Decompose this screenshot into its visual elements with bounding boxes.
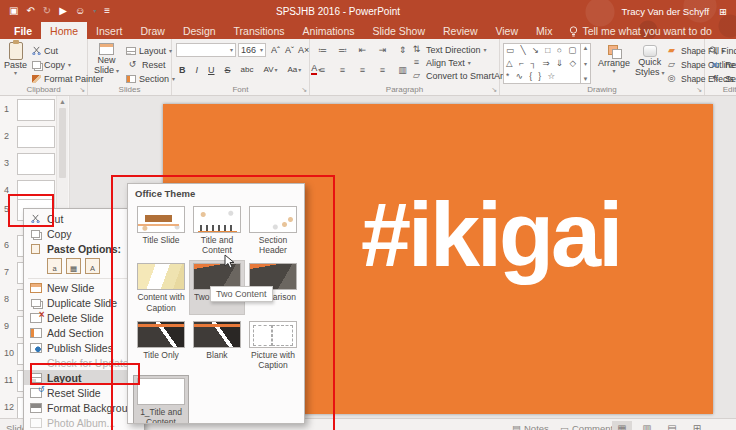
shapes-scroll-down-icon[interactable]: ▾ (584, 60, 587, 67)
layout-section-header[interactable]: Section Header (245, 203, 301, 257)
font-name-combo[interactable]: ▾ (176, 43, 236, 57)
paste-dropdown-icon[interactable]: ▾ (14, 70, 17, 76)
context-format-background[interactable]: Format Background... (24, 400, 144, 415)
new-slide-dropdown-icon[interactable]: ▾ (116, 68, 119, 74)
shapes-gallery-scrollbar[interactable]: ▲ ▾ ▼ (581, 43, 591, 84)
scroll-up-icon[interactable]: ▲ (57, 96, 68, 105)
copy-button[interactable]: Copy ▾ (32, 58, 71, 71)
convert-smartart-button[interactable]: ▱ Convert to SmartArt▾ (410, 69, 512, 82)
qat-dropdown-icon[interactable]: ▾ (93, 8, 96, 14)
layout-1-title-and-content-selected[interactable]: 1_Title and Content (133, 375, 189, 424)
cut-button[interactable]: Cut (32, 44, 58, 57)
slideshow-view-button[interactable]: ⊞ (687, 421, 707, 430)
italic-button[interactable]: I (194, 65, 201, 75)
underline-button[interactable]: U (206, 65, 217, 75)
paste-button[interactable]: Paste ▾ (4, 42, 27, 76)
tab-file[interactable]: File (5, 22, 41, 39)
layout-title-only[interactable]: Title Only (133, 318, 189, 372)
start-presentation-icon[interactable]: ▶ (59, 6, 67, 16)
drawing-dialog-launcher-icon[interactable]: ↘ (696, 86, 702, 94)
tab-view[interactable]: View (486, 22, 527, 39)
slide-thumbnail-1[interactable] (17, 99, 55, 121)
quick-styles-button[interactable]: Quick Styles▾ (635, 45, 665, 78)
columns-button[interactable]: ▥ (396, 66, 409, 75)
copy-dropdown-icon[interactable]: ▾ (68, 62, 71, 68)
tab-draw[interactable]: Draw (131, 22, 174, 39)
layout-button[interactable]: Layout ▾ (126, 44, 172, 57)
window-controls-icon[interactable]: ⊞ (719, 6, 727, 17)
section-button[interactable]: Section ▾ (126, 72, 175, 85)
font-size-dropdown-icon[interactable]: ▾ (260, 47, 263, 53)
justify-button[interactable]: ≡ (376, 66, 389, 75)
paste-picture-button[interactable]: ▦ (66, 258, 81, 274)
font-size-combo[interactable]: 166▾ (238, 43, 266, 57)
shapes-more-icon[interactable]: ▼ (583, 76, 589, 82)
grow-font-button[interactable]: Aˆ (269, 45, 282, 55)
layout-picture-with-caption[interactable]: Picture with Caption (245, 318, 301, 372)
line-spacing-button[interactable]: ⇕ (396, 46, 409, 55)
text-direction-button[interactable]: ⇅ Text Direction▾ (410, 43, 487, 56)
touch-mode-icon[interactable]: ≡ (104, 6, 110, 16)
tab-review[interactable]: Review (434, 22, 486, 39)
undo-icon[interactable]: ↶ (26, 6, 34, 16)
slide-sorter-view-button[interactable]: ▥ (637, 421, 657, 430)
normal-view-button[interactable]: ▦ (612, 421, 632, 430)
layout-content-with-caption[interactable]: Content with Caption (133, 260, 189, 314)
tab-animations[interactable]: Animations (294, 22, 364, 39)
shadow-button[interactable]: abc (239, 65, 256, 74)
context-layout[interactable]: Layout › (24, 370, 144, 385)
shapes-scroll-up-icon[interactable]: ▲ (583, 45, 589, 51)
tab-transitions[interactable]: Transitions (225, 22, 294, 39)
shrink-font-button[interactable]: Aˇ (283, 45, 296, 55)
notes-button[interactable]: ▤Notes (512, 423, 549, 430)
clipboard-dialog-launcher-icon[interactable]: ↘ (79, 86, 85, 94)
context-add-section[interactable]: Add Section (24, 325, 144, 340)
paste-keep-source-button[interactable]: a (47, 258, 62, 274)
new-slide-button[interactable]: New Slide▾ (94, 43, 119, 76)
scrollbar-thumb[interactable] (59, 108, 66, 178)
bold-button[interactable]: B (177, 65, 188, 75)
slide-thumbnail-2[interactable] (17, 126, 55, 148)
numbering-button[interactable]: ≕ (336, 46, 349, 55)
tab-insert[interactable]: Insert (87, 22, 131, 39)
user-shape-icon[interactable]: ☺ (75, 6, 85, 16)
tell-me-box[interactable]: Tell me what you want to do (561, 22, 720, 39)
save-icon[interactable]: ▣ (9, 6, 18, 16)
paste-keep-text-button[interactable]: A (85, 258, 100, 274)
paragraph-dialog-launcher-icon[interactable]: ↘ (491, 86, 497, 94)
tab-design[interactable]: Design (174, 22, 225, 39)
tab-slide-show[interactable]: Slide Show (364, 22, 435, 39)
layout-title-slide[interactable]: Title Slide (133, 203, 189, 257)
decrease-indent-button[interactable]: ⇤ (356, 46, 369, 55)
context-reset-slide[interactable]: ↺ Reset Slide (24, 385, 144, 400)
reset-button[interactable]: ↺ Reset (126, 58, 166, 71)
context-delete-slide[interactable]: × Delete Slide (24, 310, 144, 325)
slide-title-text[interactable]: #ikigai (361, 190, 620, 280)
slide-thumbnail-3[interactable] (17, 153, 55, 175)
signed-in-user[interactable]: Tracy Van der Schyff (622, 6, 709, 17)
shapes-gallery[interactable]: ▭ ╲ ↘ □ ○ ▢ △ ⌐ ┐ ⇒ ⇓ ◇ * ∿ { } ☆ (503, 43, 581, 84)
align-right-button[interactable]: ≡ (356, 66, 369, 75)
find-button[interactable]: Find (709, 44, 736, 57)
tab-home[interactable]: Home (41, 22, 87, 39)
context-copy[interactable]: Copy (24, 226, 144, 241)
replace-button[interactable]: ab Replace (709, 58, 736, 71)
redo-icon[interactable]: ↻ (43, 6, 51, 16)
align-center-button[interactable]: ≡ (336, 66, 349, 75)
arrange-button[interactable]: Arrange ▾ (598, 45, 630, 74)
reading-view-button[interactable]: ▤ (662, 421, 682, 430)
align-text-button[interactable]: ≡ Align Text▾ (410, 56, 471, 69)
comments-button[interactable]: ▭Comments (560, 423, 618, 430)
layout-title-and-content[interactable]: Title and Content (189, 203, 245, 257)
font-name-dropdown-icon[interactable]: ▾ (230, 47, 233, 53)
clear-formatting-button[interactable]: A× (296, 45, 311, 55)
layout-blank[interactable]: Blank (189, 318, 245, 372)
select-button[interactable]: ⇖ Select (709, 72, 736, 85)
tab-mix[interactable]: Mix (527, 22, 561, 39)
bullets-button[interactable]: ≔ (316, 46, 329, 55)
font-dialog-launcher-icon[interactable]: ↘ (301, 86, 307, 94)
char-spacing-button[interactable]: AV▾ (261, 65, 279, 74)
change-case-button[interactable]: Aa▾ (286, 65, 304, 74)
strikethrough-button[interactable]: S (223, 65, 233, 75)
increase-indent-button[interactable]: ⇥ (376, 46, 389, 55)
